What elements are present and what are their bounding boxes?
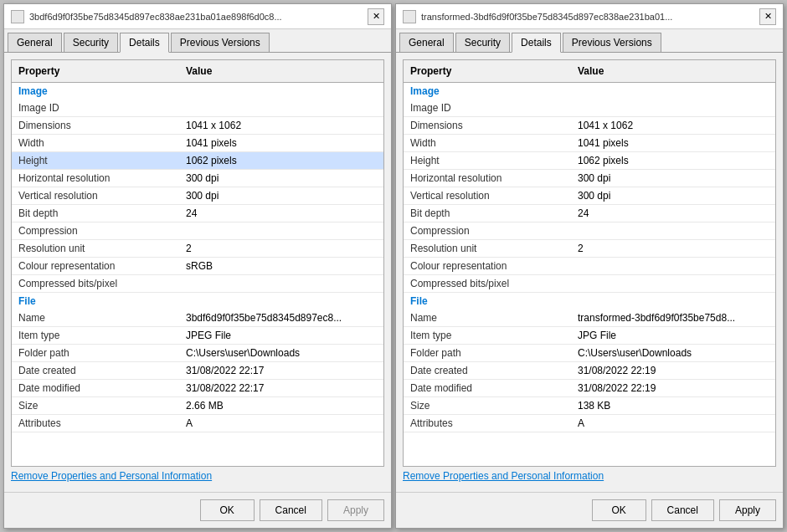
value-cell xyxy=(179,223,383,239)
table-row[interactable]: Date modified31/08/2022 22:19 xyxy=(404,380,775,397)
table-row[interactable]: Item typeJPG File xyxy=(404,327,775,345)
table-row[interactable]: Size138 KB xyxy=(404,397,775,415)
table-row[interactable]: Resolution unit2 xyxy=(404,240,775,258)
table-body-2[interactable]: ImageImage IDDimensions1041 x 1062Width1… xyxy=(404,83,775,466)
value-cell: 31/08/2022 22:17 xyxy=(179,362,383,379)
table-row[interactable]: Vertical resolution300 dpi xyxy=(404,187,775,205)
tab-previous-versions-2[interactable]: Previous Versions xyxy=(563,33,661,52)
table-row[interactable]: Horizontal resolution300 dpi xyxy=(404,170,775,187)
value-cell: 31/08/2022 22:19 xyxy=(571,362,775,379)
table-body-1[interactable]: ImageImage IDDimensions1041 x 1062Width1… xyxy=(12,83,383,466)
table-row[interactable]: Dimensions1041 x 1062 xyxy=(404,117,775,135)
section-label: File xyxy=(18,295,36,307)
ok-button-1[interactable]: OK xyxy=(200,499,255,521)
property-cell: Compression xyxy=(404,223,571,239)
table-row[interactable]: Date created31/08/2022 22:19 xyxy=(404,362,775,380)
property-cell: Size xyxy=(404,397,571,414)
property-cell: Dimensions xyxy=(12,117,179,134)
table-row[interactable]: Folder pathC:\Users\user\Downloads xyxy=(404,345,775,362)
property-cell: Height xyxy=(404,152,571,169)
section-header: Image xyxy=(404,83,775,100)
table-row[interactable]: AttributesA xyxy=(404,415,775,432)
table-row[interactable]: Nametransformed-3bdf6d9f0f35be75d8... xyxy=(404,309,775,327)
tab-general-1[interactable]: General xyxy=(8,33,62,52)
value-cell: 1041 pixels xyxy=(571,135,775,151)
table-row[interactable]: Resolution unit2 xyxy=(12,240,383,258)
table-row[interactable]: Compression xyxy=(404,223,775,240)
tab-previous-versions-1[interactable]: Previous Versions xyxy=(171,33,270,52)
table-row[interactable]: Name3bdf6d9f0f35be75d8345d897ec8... xyxy=(12,309,383,327)
properties-table-2: Property Value ImageImage IDDimensions10… xyxy=(403,59,776,467)
close-button-2[interactable]: ✕ xyxy=(759,8,776,25)
section-label: File xyxy=(410,295,428,307)
table-row[interactable]: AttributesA xyxy=(12,415,383,432)
property-cell: Name xyxy=(404,309,571,326)
table-row[interactable]: Item typeJPEG File xyxy=(12,327,383,345)
cancel-button-2[interactable]: Cancel xyxy=(651,499,714,521)
remove-link-container-1: Remove Properties and Personal Informati… xyxy=(11,467,384,485)
value-cell: C:\Users\user\Downloads xyxy=(571,345,775,361)
tab-details-1[interactable]: Details xyxy=(120,33,169,53)
value-cell: 300 dpi xyxy=(179,170,383,187)
table-row[interactable]: Bit depth24 xyxy=(404,205,775,223)
remove-link-2[interactable]: Remove Properties and Personal Informati… xyxy=(403,467,604,485)
table-row[interactable]: Colour representationsRGB xyxy=(12,258,383,275)
value-cell: 31/08/2022 22:19 xyxy=(571,380,775,396)
close-button-1[interactable]: ✕ xyxy=(368,8,384,25)
apply-button-2[interactable]: Apply xyxy=(719,499,776,521)
tab-security-1[interactable]: Security xyxy=(64,33,118,52)
value-cell: 1041 pixels xyxy=(179,135,383,151)
value-cell: A xyxy=(179,415,383,432)
col-property-2: Property xyxy=(404,64,571,79)
value-cell: C:\Users\user\Downloads xyxy=(179,345,383,361)
table-row[interactable]: Size2.66 MB xyxy=(12,397,383,415)
title-bar-2: transformed-3bdf6d9f0f35be75d8345d897ec8… xyxy=(396,4,783,29)
table-row[interactable]: Bit depth24 xyxy=(12,205,383,223)
value-cell: 1062 pixels xyxy=(571,152,775,169)
property-cell: Date created xyxy=(12,362,179,379)
section-header: File xyxy=(404,293,775,309)
value-cell: 2 xyxy=(179,240,383,257)
col-property-1: Property xyxy=(12,64,179,79)
table-row[interactable]: Width1041 pixels xyxy=(404,135,775,152)
table-row[interactable]: Date modified31/08/2022 22:17 xyxy=(12,380,383,397)
property-cell: Width xyxy=(12,135,179,151)
table-row[interactable]: Height1062 pixels xyxy=(12,152,383,170)
property-cell: Date created xyxy=(404,362,571,379)
apply-button-1[interactable]: Apply xyxy=(327,499,384,521)
cancel-button-1[interactable]: Cancel xyxy=(260,499,322,521)
value-cell: 24 xyxy=(179,205,383,222)
tabs-1: General Security Details Previous Versio… xyxy=(4,29,391,53)
table-row[interactable]: Image ID xyxy=(404,100,775,117)
ok-button-2[interactable]: OK xyxy=(592,499,646,521)
value-cell xyxy=(179,100,383,116)
table-row[interactable]: Width1041 pixels xyxy=(12,135,383,152)
tab-details-2[interactable]: Details xyxy=(512,33,561,53)
property-cell: Compressed bits/pixel xyxy=(12,275,179,292)
table-row[interactable]: Date created31/08/2022 22:17 xyxy=(12,362,383,380)
bottom-buttons-2: OK Cancel Apply xyxy=(396,492,783,528)
value-cell: A xyxy=(571,415,775,432)
table-row[interactable]: Horizontal resolution300 dpi xyxy=(12,170,383,187)
table-row[interactable]: Compressed bits/pixel xyxy=(404,275,775,293)
table-row[interactable]: Vertical resolution300 dpi xyxy=(12,187,383,205)
tab-security-2[interactable]: Security xyxy=(455,33,510,52)
table-row[interactable]: Folder pathC:\Users\user\Downloads xyxy=(12,345,383,362)
table-row[interactable]: Compressed bits/pixel xyxy=(12,275,383,293)
property-cell: Item type xyxy=(12,327,179,344)
file-icon-2 xyxy=(403,10,416,23)
value-cell: 3bdf6d9f0f35be75d8345d897ec8... xyxy=(179,309,383,326)
table-row[interactable]: Colour representation xyxy=(404,258,775,275)
table-row[interactable]: Image ID xyxy=(12,100,383,117)
bottom-buttons-1: OK Cancel Apply xyxy=(4,492,391,528)
table-row[interactable]: Height1062 pixels xyxy=(404,152,775,170)
property-cell: Horizontal resolution xyxy=(404,170,571,187)
dialog-2: transformed-3bdf6d9f0f35be75d8345d897ec8… xyxy=(395,3,784,529)
value-cell xyxy=(179,275,383,292)
property-cell: Name xyxy=(12,309,179,326)
remove-link-1[interactable]: Remove Properties and Personal Informati… xyxy=(11,467,212,485)
table-row[interactable]: Dimensions1041 x 1062 xyxy=(12,117,383,135)
tab-general-2[interactable]: General xyxy=(399,33,454,52)
property-cell: Colour representation xyxy=(12,258,179,274)
table-row[interactable]: Compression xyxy=(12,223,383,240)
